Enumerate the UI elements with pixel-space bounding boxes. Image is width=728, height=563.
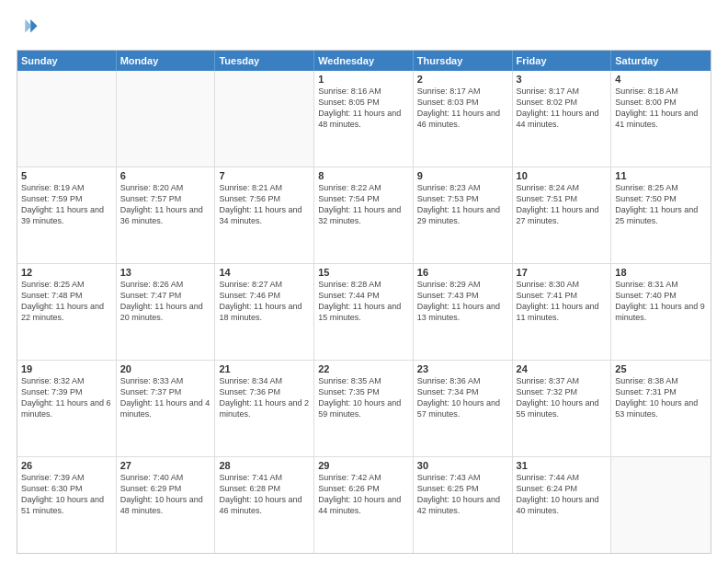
day-number: 14 [219,267,310,278]
day-number: 23 [417,363,508,374]
day-info: Sunrise: 7:39 AMSunset: 6:30 PMDaylight:… [21,472,112,517]
day-cell-3: 3Sunrise: 8:17 AMSunset: 8:02 PMDaylight… [513,71,612,167]
day-info: Sunrise: 8:20 AMSunset: 7:57 PMDaylight:… [120,182,211,227]
calendar-row: 1Sunrise: 8:16 AMSunset: 8:05 PMDaylight… [17,71,711,167]
weekday-header-saturday: Saturday [611,51,711,71]
day-info: Sunrise: 8:29 AMSunset: 7:43 PMDaylight:… [417,279,508,324]
calendar-header: SundayMondayTuesdayWednesdayThursdayFrid… [17,51,711,71]
day-number: 17 [517,267,608,278]
day-cell-20: 20Sunrise: 8:33 AMSunset: 7:37 PMDayligh… [117,361,216,456]
weekday-header-monday: Monday [117,51,216,71]
calendar-page: SundayMondayTuesdayWednesdayThursdayFrid… [0,0,728,563]
day-cell-28: 28Sunrise: 7:41 AMSunset: 6:28 PMDayligh… [215,457,314,553]
day-number: 2 [417,74,508,85]
day-number: 4 [615,74,707,85]
calendar-body: 1Sunrise: 8:16 AMSunset: 8:05 PMDaylight… [17,71,711,553]
header [17,17,711,40]
day-cell-9: 9Sunrise: 8:23 AMSunset: 7:53 PMDaylight… [414,167,513,263]
day-info: Sunrise: 7:40 AMSunset: 6:29 PMDaylight:… [120,472,211,517]
day-info: Sunrise: 8:38 AMSunset: 7:31 PMDaylight:… [615,375,707,420]
day-number: 28 [219,460,310,471]
calendar-row: 12Sunrise: 8:25 AMSunset: 7:48 PMDayligh… [17,264,711,361]
weekday-header-friday: Friday [513,51,612,71]
day-number: 3 [517,74,608,85]
day-number: 15 [318,267,409,278]
day-info: Sunrise: 8:25 AMSunset: 7:48 PMDaylight:… [21,279,112,324]
day-number: 8 [318,170,409,181]
day-number: 10 [517,170,608,181]
day-cell-10: 10Sunrise: 8:24 AMSunset: 7:51 PMDayligh… [513,167,612,263]
day-info: Sunrise: 8:31 AMSunset: 7:40 PMDaylight:… [615,279,707,324]
day-number: 26 [21,460,112,471]
day-cell-17: 17Sunrise: 8:30 AMSunset: 7:41 PMDayligh… [513,264,612,360]
day-info: Sunrise: 8:16 AMSunset: 8:05 PMDaylight:… [318,86,409,131]
weekday-header-thursday: Thursday [414,51,513,71]
day-cell-27: 27Sunrise: 7:40 AMSunset: 6:29 PMDayligh… [117,457,216,553]
day-info: Sunrise: 8:32 AMSunset: 7:39 PMDaylight:… [21,375,112,420]
day-cell-2: 2Sunrise: 8:17 AMSunset: 8:03 PMDaylight… [414,71,513,167]
day-info: Sunrise: 7:42 AMSunset: 6:26 PMDaylight:… [318,472,409,517]
calendar-row: 26Sunrise: 7:39 AMSunset: 6:30 PMDayligh… [17,457,711,553]
day-cell-18: 18Sunrise: 8:31 AMSunset: 7:40 PMDayligh… [611,264,711,360]
day-number: 24 [517,363,608,374]
empty-cell [17,71,117,167]
day-info: Sunrise: 7:41 AMSunset: 6:28 PMDaylight:… [219,472,310,517]
day-info: Sunrise: 8:25 AMSunset: 7:50 PMDaylight:… [615,182,707,227]
empty-cell [215,71,314,167]
day-info: Sunrise: 8:27 AMSunset: 7:46 PMDaylight:… [219,279,310,324]
day-cell-23: 23Sunrise: 8:36 AMSunset: 7:34 PMDayligh… [414,361,513,456]
day-number: 30 [417,460,508,471]
day-cell-8: 8Sunrise: 8:22 AMSunset: 7:54 PMDaylight… [314,167,414,263]
day-cell-29: 29Sunrise: 7:42 AMSunset: 6:26 PMDayligh… [314,457,414,553]
day-number: 20 [120,363,211,374]
day-cell-11: 11Sunrise: 8:25 AMSunset: 7:50 PMDayligh… [611,167,711,263]
day-cell-31: 31Sunrise: 7:44 AMSunset: 6:24 PMDayligh… [513,457,612,553]
day-cell-25: 25Sunrise: 8:38 AMSunset: 7:31 PMDayligh… [611,361,711,456]
day-info: Sunrise: 8:18 AMSunset: 8:00 PMDaylight:… [615,86,707,131]
day-cell-6: 6Sunrise: 8:20 AMSunset: 7:57 PMDaylight… [117,167,216,263]
empty-cell [611,457,711,553]
weekday-header-tuesday: Tuesday [215,51,314,71]
day-cell-14: 14Sunrise: 8:27 AMSunset: 7:46 PMDayligh… [215,264,314,360]
day-number: 9 [417,170,508,181]
day-info: Sunrise: 8:22 AMSunset: 7:54 PMDaylight:… [318,182,409,227]
day-info: Sunrise: 8:17 AMSunset: 8:02 PMDaylight:… [517,86,608,131]
day-info: Sunrise: 8:33 AMSunset: 7:37 PMDaylight:… [120,375,211,420]
day-cell-12: 12Sunrise: 8:25 AMSunset: 7:48 PMDayligh… [17,264,117,360]
day-number: 7 [219,170,310,181]
day-info: Sunrise: 8:28 AMSunset: 7:44 PMDaylight:… [318,279,409,324]
day-cell-5: 5Sunrise: 8:19 AMSunset: 7:59 PMDaylight… [17,167,117,263]
calendar-row: 19Sunrise: 8:32 AMSunset: 7:39 PMDayligh… [17,361,711,457]
day-number: 27 [120,460,211,471]
day-info: Sunrise: 8:35 AMSunset: 7:35 PMDaylight:… [318,375,409,420]
day-info: Sunrise: 7:43 AMSunset: 6:25 PMDaylight:… [417,472,508,517]
day-cell-30: 30Sunrise: 7:43 AMSunset: 6:25 PMDayligh… [414,457,513,553]
day-cell-13: 13Sunrise: 8:26 AMSunset: 7:47 PMDayligh… [117,264,216,360]
day-number: 21 [219,363,310,374]
day-cell-24: 24Sunrise: 8:37 AMSunset: 7:32 PMDayligh… [513,361,612,456]
day-cell-15: 15Sunrise: 8:28 AMSunset: 7:44 PMDayligh… [314,264,414,360]
day-number: 5 [21,170,112,181]
weekday-header-sunday: Sunday [17,51,117,71]
day-cell-1: 1Sunrise: 8:16 AMSunset: 8:05 PMDaylight… [314,71,414,167]
day-number: 29 [318,460,409,471]
day-info: Sunrise: 8:23 AMSunset: 7:53 PMDaylight:… [417,182,508,227]
day-cell-16: 16Sunrise: 8:29 AMSunset: 7:43 PMDayligh… [414,264,513,360]
day-info: Sunrise: 7:44 AMSunset: 6:24 PMDaylight:… [517,472,608,517]
day-info: Sunrise: 8:24 AMSunset: 7:51 PMDaylight:… [517,182,608,227]
day-number: 19 [21,363,112,374]
day-info: Sunrise: 8:19 AMSunset: 7:59 PMDaylight:… [21,182,112,227]
day-number: 18 [615,267,707,278]
day-cell-26: 26Sunrise: 7:39 AMSunset: 6:30 PMDayligh… [17,457,117,553]
day-number: 1 [318,74,409,85]
day-cell-19: 19Sunrise: 8:32 AMSunset: 7:39 PMDayligh… [17,361,117,456]
day-info: Sunrise: 8:36 AMSunset: 7:34 PMDaylight:… [417,375,508,420]
day-cell-22: 22Sunrise: 8:35 AMSunset: 7:35 PMDayligh… [314,361,414,456]
day-number: 16 [417,267,508,278]
day-cell-7: 7Sunrise: 8:21 AMSunset: 7:56 PMDaylight… [215,167,314,263]
day-number: 6 [120,170,211,181]
day-cell-4: 4Sunrise: 8:18 AMSunset: 8:00 PMDaylight… [611,71,711,167]
day-info: Sunrise: 8:21 AMSunset: 7:56 PMDaylight:… [219,182,310,227]
day-number: 13 [120,267,211,278]
day-info: Sunrise: 8:17 AMSunset: 8:03 PMDaylight:… [417,86,508,131]
